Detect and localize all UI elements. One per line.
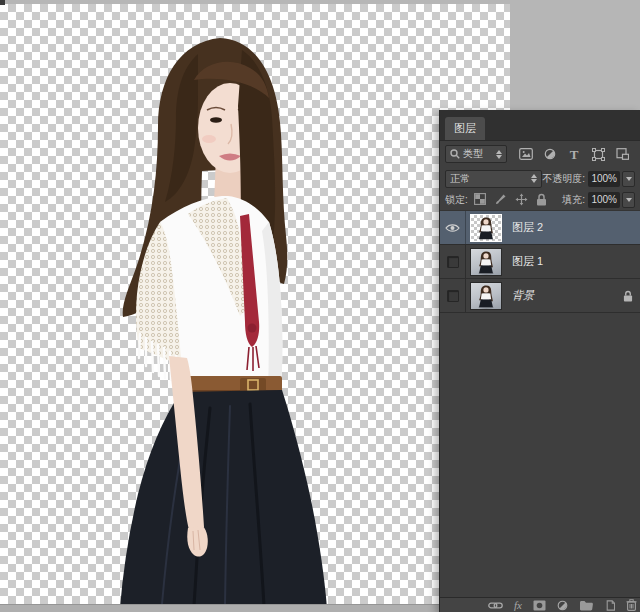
new-layer-icon[interactable] bbox=[604, 600, 615, 611]
adjustment-layer-icon[interactable] bbox=[557, 600, 568, 611]
blend-mode-dropdown[interactable]: 正常 bbox=[445, 170, 542, 188]
opacity-dropdown-arrow[interactable] bbox=[622, 171, 635, 187]
lock-image-icon[interactable] bbox=[494, 193, 507, 208]
lock-row: 锁定: 填充: 100% bbox=[440, 190, 640, 211]
document-canvas[interactable] bbox=[0, 4, 510, 604]
filter-type-label: 类型 bbox=[463, 147, 483, 161]
layer-thumbnail[interactable] bbox=[470, 282, 502, 310]
blend-mode-value: 正常 bbox=[450, 172, 470, 186]
layer-name: 图层 1 bbox=[512, 254, 543, 269]
opacity-value[interactable]: 100% bbox=[588, 171, 620, 187]
lock-transparency-icon[interactable] bbox=[474, 193, 486, 207]
canvas-edge-strip bbox=[0, 604, 440, 612]
fill-label: 填充: bbox=[562, 193, 585, 207]
fill-dropdown-arrow[interactable] bbox=[622, 192, 635, 208]
layer-row-layer2[interactable]: 图层 2 bbox=[440, 211, 640, 245]
opacity-label: 不透明度: bbox=[542, 172, 585, 186]
photo-of-woman bbox=[90, 26, 340, 608]
visibility-toggle[interactable] bbox=[440, 245, 466, 278]
hidden-eye-box bbox=[447, 290, 459, 302]
panel-tab-bar: 图层 bbox=[440, 110, 640, 141]
pixel-layer-filter-icon[interactable] bbox=[519, 147, 533, 161]
filter-type-dropdown[interactable]: 类型 bbox=[445, 145, 507, 163]
visibility-toggle[interactable] bbox=[440, 211, 466, 244]
layer-name: 图层 2 bbox=[512, 220, 543, 235]
layer-row-background[interactable]: 背景 bbox=[440, 279, 640, 313]
spinner-icon bbox=[531, 174, 537, 183]
eye-icon bbox=[445, 223, 460, 233]
link-layers-icon[interactable] bbox=[488, 601, 503, 610]
layer-thumbnail[interactable] bbox=[470, 248, 502, 276]
spinner-icon bbox=[496, 150, 502, 159]
delete-layer-trash-icon[interactable] bbox=[626, 599, 637, 611]
layers-panel: 图层 类型 T bbox=[439, 110, 640, 612]
lock-position-icon[interactable] bbox=[515, 193, 528, 208]
new-group-folder-icon[interactable] bbox=[579, 600, 593, 611]
smart-object-filter-icon[interactable] bbox=[615, 147, 629, 161]
search-icon bbox=[450, 149, 460, 159]
layer-row-layer1[interactable]: 图层 1 bbox=[440, 245, 640, 279]
visibility-toggle[interactable] bbox=[440, 279, 466, 312]
background-lock-icon bbox=[623, 290, 633, 302]
layer-style-fx-icon[interactable]: fx bbox=[514, 600, 522, 611]
lock-all-icon[interactable] bbox=[536, 193, 547, 208]
fill-value[interactable]: 100% bbox=[588, 192, 620, 208]
add-mask-icon[interactable] bbox=[533, 600, 546, 611]
layer-list-empty-area bbox=[440, 313, 640, 597]
shape-filter-icon[interactable] bbox=[591, 147, 605, 161]
layer-thumbnail[interactable] bbox=[470, 214, 502, 242]
type-filter-icon[interactable]: T bbox=[567, 147, 581, 161]
blend-mode-row: 正常 不透明度: 100% bbox=[440, 167, 640, 190]
lock-label: 锁定: bbox=[445, 193, 468, 207]
layer-list: 图层 2 图层 1 背景 bbox=[440, 211, 640, 313]
tab-layers[interactable]: 图层 bbox=[445, 117, 485, 140]
hidden-eye-box bbox=[447, 256, 459, 268]
adjustment-filter-icon[interactable] bbox=[543, 147, 557, 161]
panel-bottom-toolbar: fx bbox=[440, 597, 640, 612]
window-corner bbox=[0, 0, 5, 5]
layer-name: 背景 bbox=[512, 288, 534, 303]
layer-filter-row: 类型 T bbox=[440, 141, 640, 167]
